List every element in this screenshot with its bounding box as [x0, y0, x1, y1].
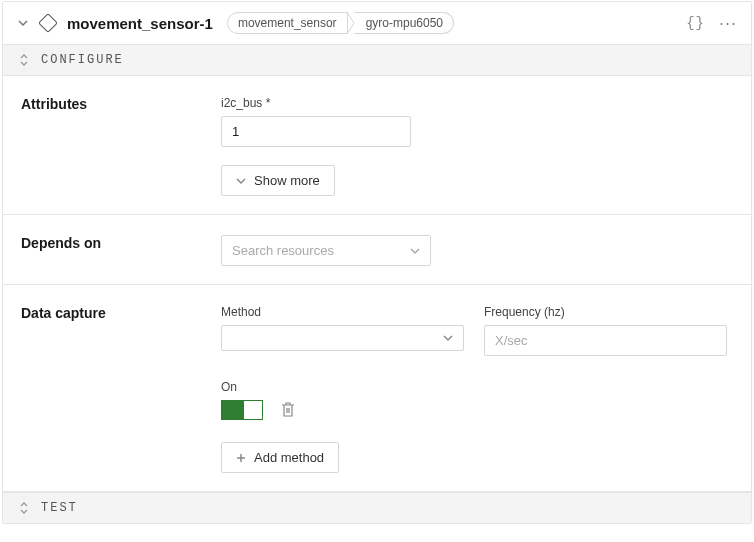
method-label: Method [221, 305, 464, 319]
method-select[interactable] [221, 325, 464, 351]
attributes-row: Attributes i2c_bus * Show more [3, 76, 751, 215]
show-more-button[interactable]: Show more [221, 165, 335, 196]
test-section-bar[interactable]: TEST [3, 492, 751, 523]
component-diamond-icon [38, 13, 58, 33]
depends-on-label: Depends on [21, 235, 209, 266]
add-method-button[interactable]: Add method [221, 442, 339, 473]
more-menu-icon[interactable]: ··· [719, 18, 737, 28]
chevron-down-icon [236, 176, 246, 186]
data-capture-row: Data capture Method Frequency (hz) [3, 285, 751, 492]
show-more-label: Show more [254, 173, 320, 188]
chevron-down-icon [410, 246, 420, 256]
i2c-bus-input[interactable] [221, 116, 411, 147]
expand-collapse-icon [17, 53, 31, 67]
plus-icon [236, 453, 246, 463]
collapse-chevron-icon[interactable] [17, 17, 29, 29]
panel-header: movement_sensor-1 movement_sensor gyro-m… [3, 2, 751, 45]
on-label: On [221, 380, 727, 394]
frequency-label: Frequency (hz) [484, 305, 727, 319]
depends-on-select[interactable]: Search resources [221, 235, 431, 266]
expand-collapse-icon [17, 501, 31, 515]
depends-on-placeholder: Search resources [232, 243, 334, 258]
chevron-down-icon [443, 333, 453, 343]
breadcrumb-type[interactable]: movement_sensor [227, 12, 348, 34]
breadcrumb: movement_sensor gyro-mpu6050 [227, 12, 454, 34]
depends-on-row: Depends on Search resources [3, 215, 751, 285]
component-title: movement_sensor-1 [67, 15, 213, 32]
data-capture-label: Data capture [21, 305, 209, 473]
capture-on-toggle[interactable] [221, 400, 263, 420]
test-label: TEST [41, 501, 78, 515]
frequency-input[interactable] [484, 325, 727, 356]
i2c-bus-label: i2c_bus * [221, 96, 727, 110]
toggle-knob [244, 401, 262, 419]
delete-method-icon[interactable] [281, 402, 295, 418]
add-method-label: Add method [254, 450, 324, 465]
json-view-icon[interactable]: {} [686, 15, 705, 31]
configure-section-bar[interactable]: CONFIGURE [3, 45, 751, 76]
configure-label: CONFIGURE [41, 53, 124, 67]
breadcrumb-model[interactable]: gyro-mpu6050 [354, 12, 454, 34]
breadcrumb-separator-icon [347, 12, 355, 34]
attributes-label: Attributes [21, 96, 209, 196]
